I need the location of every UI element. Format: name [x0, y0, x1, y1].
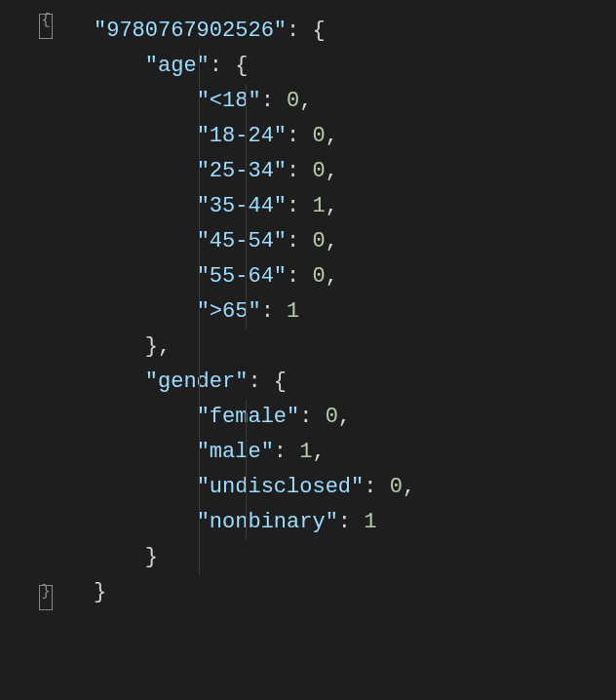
indent-guide: [199, 400, 200, 435]
token-punc: : {: [248, 369, 287, 394]
indent-guide: [199, 505, 200, 540]
indent-guide: [199, 49, 200, 84]
code-line[interactable]: "undisclosed": 0,: [94, 470, 616, 505]
indent-guide: [246, 84, 247, 119]
token-key: ">65": [197, 299, 261, 324]
line-text: "55-64": 0,: [94, 264, 338, 289]
token-key: "male": [197, 440, 274, 464]
indent-guide: [246, 505, 247, 540]
indent-guide: [246, 294, 247, 330]
indent-guide: [246, 435, 247, 470]
token-num: 0: [312, 229, 325, 253]
indent-guide: [246, 259, 247, 294]
indent-guide: [246, 119, 247, 154]
code-line[interactable]: "9780767902526": {: [94, 14, 616, 49]
token-key: "9780767902526": [94, 19, 287, 43]
token-punc: ,: [338, 405, 351, 429]
code-line[interactable]: }: [94, 575, 616, 610]
indent-guide: [199, 365, 200, 400]
code-line[interactable]: "55-64": 0,: [94, 259, 616, 294]
code-line[interactable]: }: [94, 540, 616, 575]
code-line[interactable]: "35-44": 1,: [94, 189, 616, 224]
line-text: }: [94, 580, 106, 604]
code-line[interactable]: "25-34": 0,: [94, 154, 616, 189]
token-punc: :: [287, 264, 312, 289]
token-key: "female": [197, 405, 300, 429]
line-text: ">65": 1: [94, 299, 299, 324]
token-punc: ,: [326, 124, 338, 148]
code-line[interactable]: ">65": 1: [94, 294, 616, 330]
token-punc: : {: [210, 54, 249, 78]
token-num: 1: [287, 299, 299, 324]
token-key: "45-54": [197, 229, 287, 253]
line-text: "age": {: [94, 54, 248, 78]
token-punc: }: [145, 545, 158, 569]
token-punc: }: [94, 580, 106, 604]
indent-guide: [246, 224, 247, 259]
line-text: "nonbinary": 1: [94, 510, 376, 534]
code-line[interactable]: "<18": 0,: [94, 84, 616, 119]
token-punc: ,: [326, 229, 338, 253]
token-key: "18-24": [197, 124, 287, 148]
code-content[interactable]: "9780767902526": { "age": { "<18": 0, "1…: [0, 14, 616, 610]
token-punc: :: [287, 194, 312, 218]
code-line[interactable]: "male": 1,: [94, 435, 616, 470]
line-text: "<18": 0,: [94, 89, 312, 113]
token-num: 1: [299, 440, 312, 464]
token-num: 0: [312, 159, 325, 183]
indent-guide: [199, 154, 200, 189]
indent-guide: [199, 435, 200, 470]
line-text: "male": 1,: [94, 440, 326, 464]
line-text: },: [94, 334, 171, 359]
line-text: "gender": {: [94, 369, 287, 394]
token-num: 0: [312, 124, 325, 148]
line-text: "45-54": 0,: [94, 229, 338, 253]
line-text: "female": 0,: [94, 405, 351, 429]
indent-guide: [199, 189, 200, 224]
line-text: "undisclosed": 0,: [94, 475, 415, 499]
token-punc: :: [287, 159, 312, 183]
indent-guide: [199, 119, 200, 154]
token-num: 0: [312, 264, 325, 289]
line-text: }: [94, 545, 158, 569]
code-line[interactable]: "nonbinary": 1: [94, 505, 616, 540]
token-punc: :: [338, 510, 364, 534]
code-line[interactable]: },: [94, 330, 616, 365]
token-punc: :: [299, 405, 325, 429]
indent-guide: [246, 154, 247, 189]
token-num: 0: [287, 89, 299, 113]
token-punc: :: [261, 89, 287, 113]
indent-guide: [199, 259, 200, 294]
token-punc: : {: [287, 19, 326, 43]
token-num: 0: [390, 475, 403, 499]
token-punc: },: [145, 334, 171, 359]
indent-guide: [246, 470, 247, 505]
token-key: "<18": [197, 89, 261, 113]
code-line[interactable]: "female": 0,: [94, 400, 616, 435]
line-text: "9780767902526": {: [94, 19, 326, 43]
indent-guide: [199, 540, 200, 575]
token-punc: ,: [312, 440, 325, 464]
token-num: 1: [312, 194, 325, 218]
token-punc: :: [261, 299, 287, 324]
token-key: "undisclosed": [197, 475, 365, 499]
token-punc: :: [287, 124, 312, 148]
indent-guide: [246, 400, 247, 435]
token-key: "35-44": [197, 194, 287, 218]
code-editor[interactable]: { } "9780767902526": { "age": { "<18": 0…: [0, 0, 616, 628]
token-punc: ,: [403, 475, 415, 499]
indent-guide: [199, 84, 200, 119]
code-line[interactable]: "gender": {: [94, 365, 616, 400]
code-line[interactable]: "45-54": 0,: [94, 224, 616, 259]
line-text: "18-24": 0,: [94, 124, 338, 148]
token-punc: ,: [326, 264, 338, 289]
indent-guide: [199, 470, 200, 505]
indent-guide: [199, 224, 200, 259]
code-line[interactable]: "age": {: [94, 49, 616, 84]
token-punc: :: [364, 475, 389, 499]
code-line[interactable]: "18-24": 0,: [94, 119, 616, 154]
token-key: "25-34": [197, 159, 287, 183]
indent-guide: [199, 294, 200, 330]
line-text: "35-44": 1,: [94, 194, 338, 218]
token-punc: ,: [326, 159, 338, 183]
